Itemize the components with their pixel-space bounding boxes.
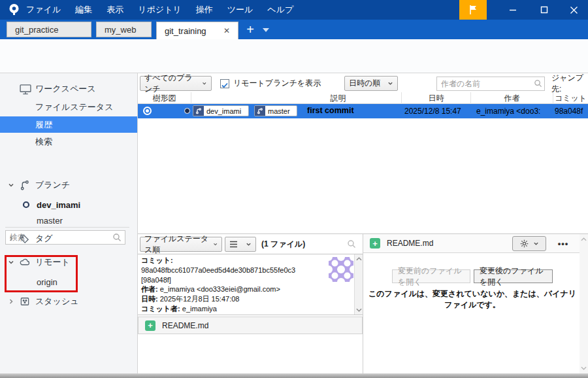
tag-icon bbox=[19, 233, 30, 245]
chevron-down-icon bbox=[202, 80, 207, 86]
scroll-up-icon[interactable] bbox=[580, 235, 587, 243]
commit-row-selected[interactable]: dev_imami master first commit 2025/12/8 … bbox=[138, 104, 588, 118]
chevron-down-icon bbox=[246, 241, 252, 247]
sidebar-section-remotes[interactable]: リモート bbox=[0, 254, 137, 270]
branch-head-dot-icon bbox=[184, 108, 190, 114]
commit-date: 2025/12/8 15:47 bbox=[404, 107, 461, 116]
branch-icon bbox=[193, 106, 204, 116]
sourcetree-window: ファイル 編集 表示 リポジトリ 操作 ツール ヘルプ git_practice… bbox=[0, 0, 588, 378]
menu-repository[interactable]: リポジトリ bbox=[138, 4, 182, 16]
sort-order-dropdown[interactable]: 日時の順 bbox=[344, 76, 398, 91]
menu-actions[interactable]: 操作 bbox=[196, 4, 213, 16]
stash-icon bbox=[19, 296, 31, 307]
tab-my-web[interactable]: my_web bbox=[96, 22, 152, 37]
minimize-button[interactable] bbox=[498, 0, 527, 20]
binary-file-notice: このファイルは、変更されていないか、または、バイナリファイルです。 bbox=[366, 288, 579, 311]
files-panel: ファイルステータス順 (1 ファイル) コミット: 98a048fbcc6107… bbox=[138, 234, 363, 373]
tab-label: my_web bbox=[105, 25, 136, 35]
branch-icon bbox=[19, 179, 31, 191]
sidebar-workspace-header[interactable]: ワークスペース bbox=[0, 81, 137, 97]
chevron-down-icon bbox=[8, 182, 14, 188]
sidebar-item-search[interactable]: 検索 bbox=[0, 134, 137, 150]
tab-git-practice[interactable]: git_practice bbox=[7, 22, 91, 37]
menu-edit[interactable]: 編集 bbox=[75, 4, 92, 16]
diff-file-header: + README.md ••• bbox=[363, 234, 588, 253]
sidebar-branch-dev-imami[interactable]: dev_imami bbox=[0, 197, 137, 213]
sidebar-section-stashes[interactable]: スタッシュ bbox=[0, 294, 137, 309]
branch-label-dev-imami[interactable]: dev_imami bbox=[193, 105, 249, 116]
diff-options-button[interactable] bbox=[512, 236, 546, 251]
jump-to-label: ジャンプ先: bbox=[551, 76, 588, 91]
sidebar-remote-origin[interactable]: origin bbox=[0, 274, 137, 290]
chevron-down-icon bbox=[387, 80, 393, 86]
scroll-down-icon[interactable] bbox=[580, 364, 587, 372]
chevron-down-icon bbox=[213, 241, 218, 247]
history-panel: すべてのブランチ リモートブランチを表示 日時の順 ジャンプ先: 樹形図 説明 … bbox=[138, 73, 588, 233]
search-icon bbox=[534, 79, 542, 88]
column-header-date[interactable]: 日時 bbox=[402, 92, 471, 104]
list-view-icon bbox=[229, 241, 238, 248]
file-list-item-readme[interactable]: + README.md bbox=[138, 317, 363, 334]
menu-view[interactable]: 表示 bbox=[106, 4, 123, 16]
branch-icon bbox=[255, 106, 265, 116]
window-bottom-edge bbox=[0, 373, 588, 378]
file-sort-dropdown[interactable]: ファイルステータス順 bbox=[140, 237, 222, 252]
scroll-down-icon[interactable] bbox=[355, 306, 363, 314]
column-header-commit[interactable]: コミット bbox=[553, 92, 588, 104]
info-scrollbar[interactable] bbox=[354, 254, 363, 315]
commit-author: e_imamiya <doo3: bbox=[476, 107, 540, 116]
sidebar-branch-master[interactable]: master bbox=[0, 213, 137, 228]
menu-file[interactable]: ファイル bbox=[26, 4, 61, 16]
menu-tools[interactable]: ツール bbox=[227, 4, 253, 16]
sidebar-section-tags[interactable]: タグ bbox=[0, 231, 137, 247]
chevron-right-icon bbox=[8, 298, 14, 305]
title-bar: ファイル 編集 表示 リポジトリ 操作 ツール ヘルプ bbox=[0, 0, 588, 20]
remote-branches-checkbox[interactable] bbox=[220, 79, 229, 88]
main-toolbar: コミット プル プッシュ フェッチ ブランチ マージ スタッシュ 破棄 bbox=[0, 39, 588, 73]
graph-node-icon bbox=[143, 107, 152, 115]
diff-panel: + README.md ••• 変更前のファイルを開く 変更後のファイルを開く … bbox=[363, 234, 588, 373]
sidebar-section-branches[interactable]: ブランチ bbox=[0, 177, 137, 193]
scroll-up-icon[interactable] bbox=[355, 255, 363, 263]
menu-help[interactable]: ヘルプ bbox=[267, 4, 293, 16]
chevron-down-icon bbox=[533, 241, 539, 247]
tab-git-training[interactable]: git_training ✕ bbox=[156, 22, 238, 39]
gear-icon bbox=[519, 239, 529, 249]
history-table-header: 樹形図 説明 日時 作者 コミット bbox=[138, 92, 588, 104]
chevron-right-icon bbox=[8, 235, 14, 242]
column-header-description[interactable]: 説明 bbox=[191, 92, 402, 104]
open-after-file-button[interactable]: 変更後のファイルを開く bbox=[474, 269, 553, 283]
commit-sha: 98a048f bbox=[555, 107, 583, 116]
commit-info-box: コミット: 98a048fbcc61077a0eed5d4de30b871bc5… bbox=[138, 254, 363, 315]
author-search-input[interactable] bbox=[436, 77, 545, 91]
tab-label: git_training bbox=[165, 26, 206, 36]
view-mode-dropdown[interactable] bbox=[225, 237, 256, 252]
sidebar-item-history[interactable]: 履歴 bbox=[0, 116, 137, 133]
sidebar-item-file-status[interactable]: ファイルステータス bbox=[0, 99, 137, 115]
column-header-graph[interactable]: 樹形図 bbox=[138, 92, 191, 104]
feedback-flag-button[interactable] bbox=[459, 0, 487, 20]
more-options-button[interactable]: ••• bbox=[553, 236, 574, 251]
new-tab-button[interactable]: + bbox=[242, 22, 258, 38]
column-header-author[interactable]: 作者 bbox=[471, 92, 553, 104]
author-identicon-avatar bbox=[329, 257, 353, 282]
commit-message: first commit bbox=[307, 106, 354, 115]
maximize-icon bbox=[540, 6, 548, 14]
tab-close-icon[interactable]: ✕ bbox=[223, 26, 230, 35]
cloud-icon bbox=[19, 256, 31, 268]
diff-scrollbar[interactable] bbox=[580, 234, 588, 373]
file-added-icon: + bbox=[145, 320, 155, 331]
flag-icon bbox=[468, 5, 478, 15]
chevron-down-icon bbox=[8, 259, 14, 266]
maximize-button[interactable] bbox=[530, 0, 559, 20]
tab-label: git_practice bbox=[15, 25, 58, 35]
minimize-icon bbox=[509, 6, 517, 14]
branch-filter-dropdown[interactable]: すべてのブランチ bbox=[140, 76, 212, 91]
tab-list-dropdown-icon[interactable] bbox=[263, 28, 269, 32]
open-before-file-button[interactable]: 変更前のファイルを開く bbox=[392, 269, 470, 283]
check-icon bbox=[221, 81, 229, 89]
close-button[interactable] bbox=[560, 0, 588, 20]
branch-label-master[interactable]: master bbox=[254, 105, 297, 116]
file-added-icon: + bbox=[370, 238, 380, 249]
search-icon bbox=[347, 239, 356, 249]
